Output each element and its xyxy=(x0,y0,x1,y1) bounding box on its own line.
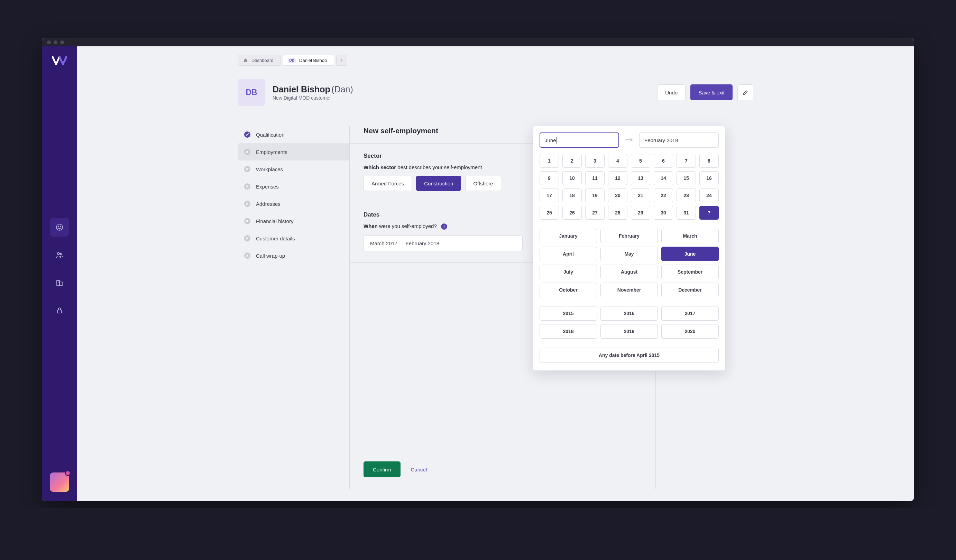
nav-item-customer-details[interactable]: Customer details xyxy=(238,230,349,247)
nav-item-workplaces[interactable]: Workplaces xyxy=(238,160,349,178)
month-cell[interactable]: November xyxy=(601,283,658,297)
day-cell[interactable]: ? xyxy=(700,206,719,220)
year-cell[interactable]: 2016 xyxy=(601,306,658,321)
day-cell[interactable]: 12 xyxy=(608,171,627,185)
day-cell[interactable]: 15 xyxy=(676,171,696,185)
day-cell[interactable]: 8 xyxy=(700,154,719,168)
month-cell[interactable]: March xyxy=(661,229,719,243)
nav-item-label: Call wrap-up xyxy=(256,253,285,259)
sidebar-nav-building-icon[interactable] xyxy=(50,273,69,292)
month-cell[interactable]: January xyxy=(539,229,597,243)
arrow-right-icon xyxy=(625,137,634,144)
nav-item-financial-history[interactable]: Financial history xyxy=(238,212,349,230)
day-cell[interactable]: 27 xyxy=(585,206,605,220)
day-cell[interactable]: 22 xyxy=(654,189,673,202)
day-cell[interactable]: 9 xyxy=(539,171,559,185)
day-cell[interactable]: 24 xyxy=(700,189,719,202)
nav-item-qualification[interactable]: Qualification xyxy=(238,126,349,143)
pencil-icon xyxy=(742,90,748,96)
month-cell[interactable]: October xyxy=(539,283,597,297)
user-avatar[interactable] xyxy=(50,472,69,492)
year-cell[interactable]: 2020 xyxy=(661,324,719,339)
tab-add-button[interactable]: + xyxy=(336,55,347,66)
edit-button[interactable] xyxy=(737,84,753,100)
info-icon[interactable]: i xyxy=(441,223,447,230)
day-cell[interactable]: 1 xyxy=(539,154,559,168)
undo-button[interactable]: Undo xyxy=(657,84,686,100)
customer-name: Daniel Bishop xyxy=(272,84,330,94)
content-panel: New self-employment Sector Which sector … xyxy=(349,126,656,489)
day-cell[interactable]: 4 xyxy=(608,154,627,168)
nav-item-label: Expenses xyxy=(256,184,279,190)
month-cell[interactable]: December xyxy=(661,283,719,297)
sector-option-armed-forces[interactable]: Armed Forces xyxy=(363,176,412,191)
day-cell[interactable]: 21 xyxy=(631,189,650,202)
day-cell[interactable]: 19 xyxy=(585,189,605,202)
date-to-input[interactable]: February 2018 xyxy=(639,132,719,148)
tab-dashboard[interactable]: Dashboard xyxy=(238,55,281,66)
confirm-button[interactable]: Confirm xyxy=(363,461,401,477)
day-cell[interactable]: 31 xyxy=(676,206,696,220)
day-cell[interactable]: 18 xyxy=(562,189,582,202)
day-cell[interactable]: 11 xyxy=(585,171,605,185)
day-cell[interactable]: 14 xyxy=(654,171,673,185)
day-cell[interactable]: 20 xyxy=(608,189,627,202)
day-cell[interactable]: 2 xyxy=(562,154,582,168)
sidebar-nav-lock-icon[interactable] xyxy=(50,301,69,319)
month-cell[interactable]: July xyxy=(539,264,597,279)
sidebar-nav-smile-icon[interactable] xyxy=(50,218,69,237)
svg-rect-5 xyxy=(57,280,60,285)
day-cell[interactable]: 23 xyxy=(676,189,696,202)
form-footer: Confirm Cancel xyxy=(363,461,427,477)
sector-option-construction[interactable]: Construction xyxy=(416,176,461,191)
nav-item-addresses[interactable]: Addresses xyxy=(238,195,349,212)
circle-x-icon xyxy=(244,253,250,259)
year-cell[interactable]: 2017 xyxy=(661,306,719,321)
month-cell[interactable]: August xyxy=(601,264,658,279)
day-cell[interactable]: 25 xyxy=(539,206,559,220)
nav-item-employments[interactable]: Employments xyxy=(238,143,349,160)
svg-point-0 xyxy=(57,224,63,230)
plus-icon: + xyxy=(340,57,343,63)
day-cell[interactable]: 10 xyxy=(562,171,582,185)
day-cell[interactable]: 3 xyxy=(585,154,605,168)
day-cell[interactable]: 6 xyxy=(654,154,673,168)
nav-item-label: Employments xyxy=(256,149,288,155)
tab-badge: DB xyxy=(288,58,296,63)
month-grid: JanuaryFebruaryMarchAprilMayJuneJulyAugu… xyxy=(539,229,719,297)
window-dot xyxy=(47,41,51,44)
customer-alias: (Dan) xyxy=(331,84,353,94)
day-cell[interactable]: 16 xyxy=(700,171,719,185)
day-cell[interactable]: 28 xyxy=(608,206,627,220)
year-cell[interactable]: 2018 xyxy=(539,324,597,339)
save-exit-button[interactable]: Save & exit xyxy=(690,84,733,100)
day-cell[interactable]: 7 xyxy=(676,154,696,168)
month-cell[interactable]: April xyxy=(539,247,597,261)
nav-item-call-wrap-up[interactable]: Call wrap-up xyxy=(238,247,349,264)
date-picker-popover: June February 2018 123456789101112131415… xyxy=(533,126,725,371)
sidebar-nav-people-icon[interactable] xyxy=(50,245,69,264)
date-from-input[interactable]: June xyxy=(539,132,619,148)
year-cell[interactable]: 2019 xyxy=(601,324,658,339)
nav-item-label: Addresses xyxy=(256,201,280,207)
date-range-input[interactable]: March 2017 — February 2018 xyxy=(363,235,523,251)
month-cell[interactable]: May xyxy=(601,247,658,261)
any-date-button[interactable]: Any date before April 2015 xyxy=(539,348,719,363)
cancel-link[interactable]: Cancel xyxy=(411,467,427,472)
nav-item-label: Qualification xyxy=(256,132,285,138)
day-cell[interactable]: 26 xyxy=(562,206,582,220)
sector-option-offshore[interactable]: Offshore xyxy=(465,176,501,191)
day-cell[interactable]: 13 xyxy=(631,171,650,185)
month-cell[interactable]: September xyxy=(661,264,719,279)
year-cell[interactable]: 2015 xyxy=(539,306,597,321)
svg-point-4 xyxy=(61,253,62,255)
day-cell[interactable]: 17 xyxy=(539,189,559,202)
month-cell[interactable]: February xyxy=(601,229,658,243)
customer-avatar: DB xyxy=(238,79,265,106)
day-cell[interactable]: 29 xyxy=(631,206,650,220)
month-cell[interactable]: June xyxy=(661,247,719,261)
day-cell[interactable]: 5 xyxy=(631,154,650,168)
tab-customer[interactable]: DB Daniel Bishop xyxy=(283,55,335,66)
nav-item-expenses[interactable]: Expenses xyxy=(238,178,349,195)
day-cell[interactable]: 30 xyxy=(654,206,673,220)
